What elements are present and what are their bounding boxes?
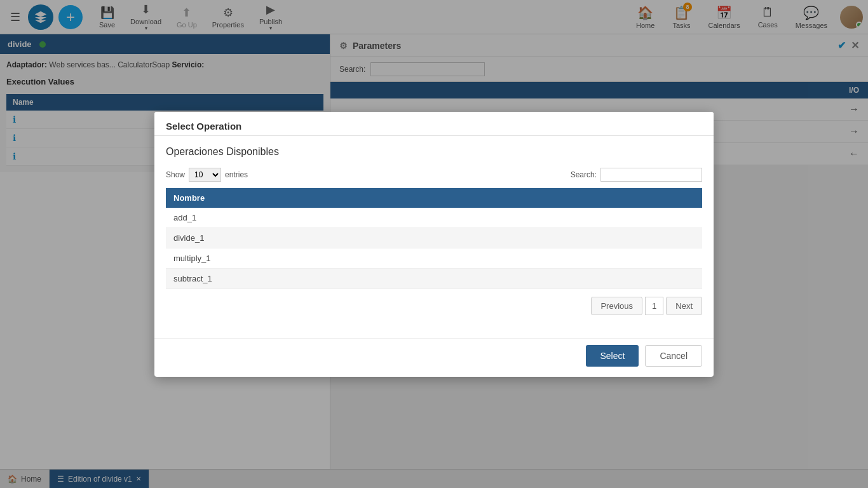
modal-body: Operaciones Disponibles Show 10 25 50 10…: [154, 136, 714, 338]
modal-section-title: Operaciones Disponibles: [166, 146, 702, 158]
nombre-column-header: Nombre: [166, 188, 702, 208]
show-label: Show: [166, 170, 185, 179]
search-entries: Search:: [571, 168, 702, 182]
modal-footer: Select Cancel: [154, 338, 714, 377]
operation-row[interactable]: add_1: [166, 208, 702, 228]
operation-row[interactable]: divide_1: [166, 227, 702, 248]
operation-row[interactable]: multiply_1: [166, 248, 702, 268]
modal-title: Select Operation: [166, 121, 241, 132]
show-select[interactable]: 10 25 50 100: [189, 168, 221, 182]
operations-table: Nombre add_1divide_1multiply_1subtract_1: [166, 188, 702, 289]
select-operation-modal: Select Operation Operaciones Disponibles…: [154, 112, 714, 377]
modal-overlay: Select Operation Operaciones Disponibles…: [0, 0, 868, 488]
previous-button[interactable]: Previous: [591, 297, 642, 315]
entries-label: entries: [225, 170, 248, 179]
modal-search-input[interactable]: [600, 168, 702, 182]
select-button[interactable]: Select: [586, 345, 639, 367]
show-entries: Show 10 25 50 100 entries: [166, 168, 248, 182]
cancel-button[interactable]: Cancel: [645, 345, 702, 367]
page-number: 1: [645, 297, 663, 315]
modal-header: Select Operation: [154, 112, 714, 136]
modal-controls-row: Show 10 25 50 100 entries Search:: [166, 168, 702, 182]
modal-search-label: Search:: [571, 170, 597, 179]
pagination-row: Previous 1 Next: [166, 297, 702, 315]
next-button[interactable]: Next: [666, 297, 702, 315]
operation-row[interactable]: subtract_1: [166, 268, 702, 288]
